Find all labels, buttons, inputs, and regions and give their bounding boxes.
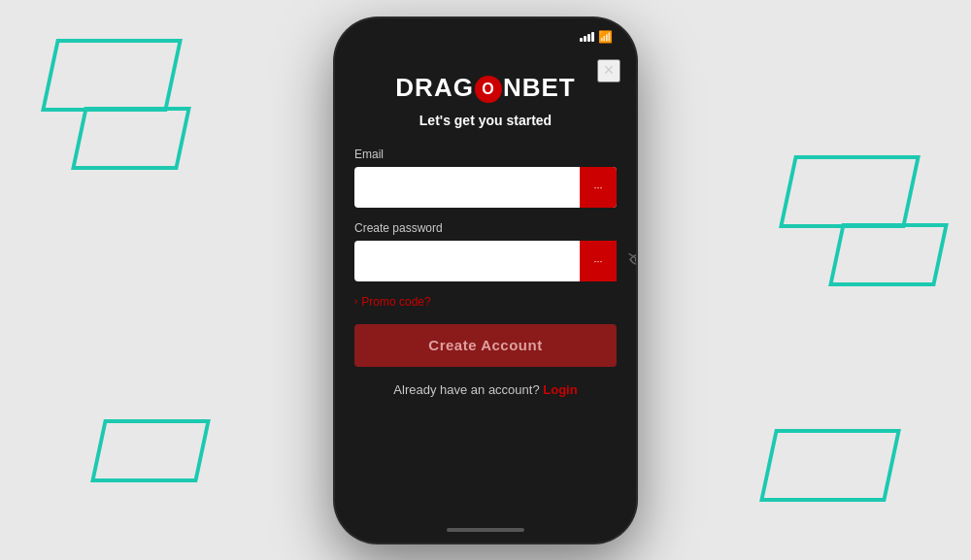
- bar3: [587, 34, 590, 42]
- signal-icon: [580, 32, 594, 42]
- password-label: Create password: [354, 221, 617, 235]
- promo-label: Promo code?: [361, 295, 430, 309]
- subtitle: Let's get you started: [335, 113, 636, 148]
- create-account-button[interactable]: Create Account: [354, 324, 617, 367]
- logo-part1: DRAG: [395, 73, 474, 102]
- status-icons: 📶: [580, 30, 613, 44]
- home-bar: [447, 528, 524, 532]
- login-row: Already have an account? Login: [354, 382, 617, 397]
- bar2: [584, 36, 586, 42]
- email-label: Email: [354, 148, 617, 161]
- email-input[interactable]: [354, 167, 617, 208]
- phone-notch: [472, 18, 499, 26]
- svg-point-0: [636, 257, 637, 262]
- phone-screen: × DRAGONBET Let's get you started Email …: [335, 49, 636, 543]
- password-input-wrapper: ···: [354, 241, 617, 281]
- bar1: [580, 38, 583, 42]
- home-indicator: [335, 523, 636, 543]
- bg-shape-top-left: [41, 39, 183, 112]
- login-link[interactable]: Login: [543, 382, 577, 397]
- bar4: [591, 32, 594, 42]
- promo-chevron-icon: ›: [354, 296, 357, 307]
- bg-shape-top-left-2: [71, 107, 191, 170]
- bg-shape-bottom-right: [759, 429, 901, 502]
- password-icon: ···: [580, 241, 617, 281]
- form-area: Email ··· Create password ···: [335, 148, 636, 523]
- logo-area: DRAGONBET: [335, 49, 636, 113]
- bg-shape-bottom-left: [90, 419, 211, 482]
- bg-shape-top-right-2: [828, 223, 949, 286]
- password-input[interactable]: [354, 241, 617, 281]
- close-button[interactable]: ×: [597, 59, 620, 82]
- password-icons-group: ···: [580, 241, 617, 281]
- logo-o: O: [475, 76, 502, 103]
- eye-slash-icon: [628, 252, 636, 266]
- wifi-icon: 📶: [598, 30, 613, 44]
- phone-frame: 📶 × DRAGONBET Let's get you started Emai…: [335, 18, 636, 543]
- already-account-text: Already have an account?: [393, 382, 539, 397]
- toggle-password-button[interactable]: [628, 250, 636, 271]
- logo-part2: NBET: [503, 73, 576, 102]
- email-icon: ···: [580, 167, 617, 208]
- email-input-wrapper: ···: [354, 167, 617, 208]
- promo-code-link[interactable]: › Promo code?: [354, 295, 617, 309]
- logo: DRAGONBET: [395, 73, 575, 103]
- status-bar: 📶: [335, 18, 636, 49]
- bg-shape-top-right: [779, 155, 921, 228]
